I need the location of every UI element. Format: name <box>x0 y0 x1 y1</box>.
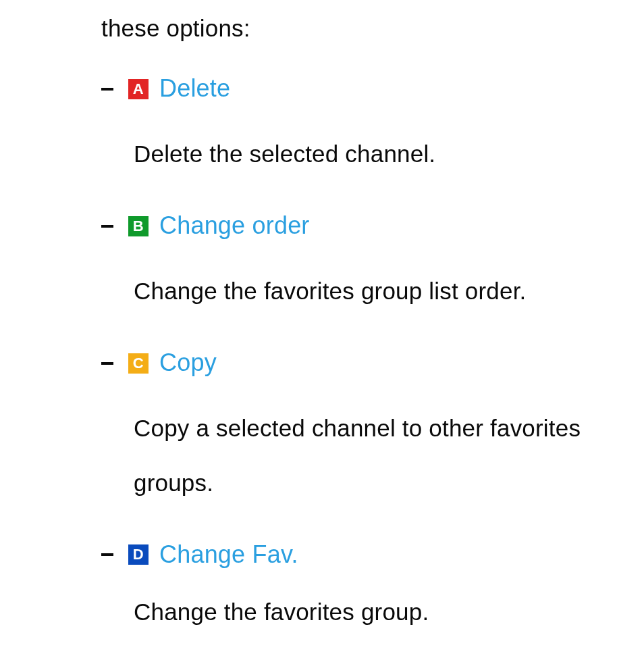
intro-text: these options: <box>101 12 624 44</box>
option-description: Change the favorites group. <box>101 593 624 631</box>
option-title-delete: Delete <box>159 72 230 105</box>
option-row: B Change order Change the favorites grou… <box>101 209 624 318</box>
color-button-a-icon: A <box>128 79 149 99</box>
option-row: C Copy Copy a selected channel to other … <box>101 347 624 510</box>
option-row: A Delete Delete the selected channel. <box>101 72 624 181</box>
option-header-b: B Change order <box>101 209 624 243</box>
manual-page: these options: A Delete Delete the selec… <box>0 0 644 660</box>
bullet-dash <box>101 88 113 91</box>
option-description: Delete the selected channel. <box>101 127 624 182</box>
option-title-change-fav: Change Fav. <box>159 538 298 572</box>
bullet-dash <box>101 553 113 556</box>
color-button-c-icon: C <box>128 353 149 374</box>
option-header-d: D Change Fav. <box>101 538 624 572</box>
option-row: D Change Fav. Change the favorites group… <box>101 538 624 631</box>
bullet-dash <box>101 225 113 228</box>
color-button-b-icon: B <box>128 216 149 236</box>
option-header-c: C Copy <box>101 347 624 380</box>
option-description: Change the favorites group list order. <box>101 264 624 319</box>
color-button-d-icon: D <box>128 544 149 565</box>
option-description: Copy a selected channel to other favorit… <box>101 401 624 510</box>
option-title-change-order: Change order <box>159 209 310 243</box>
option-title-copy: Copy <box>159 347 217 380</box>
option-header-a: A Delete <box>101 72 624 105</box>
bullet-dash <box>101 362 113 365</box>
